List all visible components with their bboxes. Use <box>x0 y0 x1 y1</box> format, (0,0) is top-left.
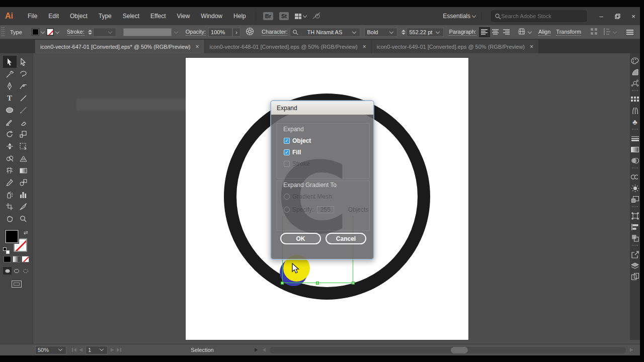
direct-selection-tool[interactable] <box>17 56 30 68</box>
character-label[interactable]: Character: <box>262 29 287 36</box>
selection-tool[interactable] <box>3 56 17 68</box>
transform-panel-icon[interactable] <box>630 210 639 221</box>
fill-checkbox-row[interactable]: ✓ Fill <box>284 149 301 156</box>
symbols-panel-icon[interactable]: ♣ <box>630 116 639 127</box>
stroke-panel-icon[interactable] <box>630 133 639 144</box>
libraries-panel-icon[interactable] <box>630 171 639 183</box>
dock-group-separator[interactable] <box>632 129 638 131</box>
stroke-color-swatch[interactable] <box>46 28 54 36</box>
fill-color-swatch[interactable] <box>32 28 39 36</box>
color-guide-panel-icon[interactable] <box>630 66 639 77</box>
rotate-tool[interactable] <box>3 128 17 140</box>
chevron-down-icon[interactable] <box>303 14 307 18</box>
draw-inside-button[interactable] <box>21 267 30 275</box>
panel-grip[interactable] <box>1 27 5 37</box>
color-panel-icon[interactable] <box>630 55 639 66</box>
gradient-panel-icon[interactable] <box>630 144 639 155</box>
gradient-mode-button[interactable] <box>13 256 20 262</box>
color-mode-button[interactable] <box>4 256 11 262</box>
pathfinder-panel-icon[interactable] <box>630 232 639 243</box>
document-tab-3[interactable]: icon0-vector-649-01 [Converted].eps @ 50… <box>372 40 538 53</box>
options-menu-icon[interactable] <box>626 30 633 35</box>
canvas-area[interactable]: C Expand Expand ✓ Object ✓ Fill <box>0 53 640 344</box>
chevron-down-icon[interactable] <box>174 29 178 33</box>
perspective-grid-tool[interactable] <box>17 152 30 164</box>
zoom-level-select[interactable]: 50% <box>35 346 66 354</box>
layers-panel-icon[interactable] <box>630 260 639 271</box>
document-tab-1[interactable]: icon0-vector-647-01 [Converted].eps* @ 5… <box>35 40 204 53</box>
menu-edit[interactable]: Edit <box>43 11 64 22</box>
swap-fill-stroke-icon[interactable]: ⇄ <box>24 230 28 235</box>
first-artboard-button[interactable] <box>71 347 76 353</box>
bridge-button[interactable]: Br <box>263 12 273 20</box>
chevron-down-icon[interactable] <box>472 14 476 18</box>
stock-button[interactable]: St <box>279 12 289 20</box>
none-mode-button[interactable] <box>22 256 29 262</box>
mesh-tool[interactable] <box>3 164 17 176</box>
align-panel-label[interactable]: Align <box>538 29 550 36</box>
free-transform-tool[interactable] <box>17 140 30 152</box>
hand-tool[interactable] <box>3 213 17 225</box>
artboard-number-select[interactable]: 1 <box>86 346 108 354</box>
close-button[interactable]: × <box>627 11 640 22</box>
chevron-down-icon[interactable] <box>613 29 617 33</box>
menu-object[interactable]: Object <box>64 11 93 22</box>
width-profile-select[interactable] <box>123 28 172 36</box>
menu-select[interactable]: Select <box>117 11 145 22</box>
fill-color-well[interactable] <box>5 230 19 243</box>
export-panel-icon[interactable] <box>630 249 639 260</box>
curvature-tool[interactable] <box>17 80 30 92</box>
dock-group-separator[interactable] <box>632 245 638 247</box>
artboards-panel-icon[interactable] <box>630 271 639 282</box>
selection-handle[interactable] <box>281 282 284 285</box>
paintbrush-tool[interactable] <box>17 104 30 116</box>
font-style-select[interactable]: Bold <box>364 28 397 37</box>
document-tab-2[interactable]: icon0-vector-648-01 [Converted].eps @ 50… <box>205 40 371 53</box>
align-center-button[interactable] <box>490 27 501 37</box>
recolor-artwork-icon[interactable] <box>246 27 254 37</box>
eraser-tool[interactable] <box>17 116 30 128</box>
magic-wand-tool[interactable] <box>3 68 17 80</box>
stroke-weight-field[interactable] <box>93 28 116 37</box>
search-adobe-stock[interactable] <box>491 11 587 22</box>
default-fill-stroke-icon[interactable] <box>3 247 9 253</box>
stroke-weight-label[interactable]: Stroke: <box>67 29 85 36</box>
fill-checkbox[interactable]: ✓ <box>284 149 290 155</box>
menu-type[interactable]: Type <box>93 11 117 22</box>
close-icon[interactable]: × <box>196 43 199 50</box>
search-adobe-stock-input[interactable] <box>501 13 577 19</box>
arrange-documents-icon[interactable] <box>295 14 301 19</box>
minimize-button[interactable]: – <box>595 11 608 22</box>
last-artboard-button[interactable] <box>117 347 122 353</box>
menu-help[interactable]: Help <box>228 11 252 22</box>
chevron-down-icon[interactable] <box>436 29 440 33</box>
align-panel-icon[interactable] <box>630 221 639 232</box>
chevron-down-icon[interactable] <box>55 29 59 33</box>
ok-button[interactable]: OK <box>280 233 321 244</box>
status-field[interactable]: Selection <box>162 347 243 353</box>
close-icon[interactable]: × <box>530 43 533 50</box>
envelope-distort-icon[interactable] <box>517 28 526 36</box>
artboard-tool[interactable] <box>3 201 17 213</box>
scroll-left-button[interactable] <box>263 347 266 353</box>
workspace-switcher[interactable]: Essentials <box>443 13 470 20</box>
width-tool[interactable] <box>3 140 17 152</box>
dock-group-separator[interactable] <box>632 167 638 170</box>
align-right-button[interactable] <box>501 27 512 37</box>
horizontal-scrollbar[interactable] <box>270 347 626 353</box>
opacity-label[interactable]: Opacity: <box>186 29 206 36</box>
dock-group-separator[interactable] <box>632 206 638 209</box>
object-checkbox[interactable]: ✓ <box>284 138 290 144</box>
status-popup-arrow[interactable] <box>255 347 258 353</box>
restore-button[interactable] <box>611 11 624 22</box>
transparency-panel-icon[interactable] <box>630 155 639 166</box>
lasso-tool[interactable] <box>17 68 30 80</box>
brushes-panel-icon[interactable] <box>630 105 639 116</box>
symbol-sprayer-tool[interactable] <box>3 189 17 201</box>
menu-file[interactable]: File <box>22 11 43 22</box>
selection-handle[interactable] <box>316 282 319 285</box>
color-themes-panel-icon[interactable] <box>630 77 639 88</box>
type-tool[interactable]: T <box>3 92 17 104</box>
chevron-down-icon[interactable] <box>352 29 356 33</box>
eyedropper-tool[interactable] <box>3 176 17 189</box>
